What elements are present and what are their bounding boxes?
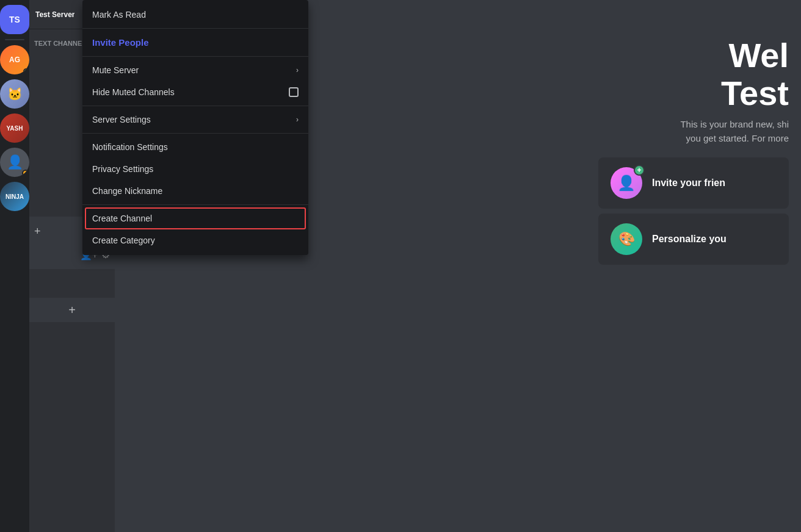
menu-item-hide-muted-channels[interactable]: Hide Muted Channels [85,81,306,103]
menu-divider-3 [82,106,308,106]
hide-muted-checkbox[interactable] [289,87,299,97]
invite-emoji: 👤 [617,174,636,192]
chevron-right-icon: › [296,66,299,74]
menu-item-change-nickname[interactable]: Change Nickname [85,180,306,202]
server-divider [5,39,24,40]
server-icon-yash[interactable]: YASH [0,113,29,143]
menu-item-privacy-settings[interactable]: Privacy Settings [85,158,306,180]
server-name[interactable]: Test Server [35,10,74,19]
invite-friends-card[interactable]: 👤 + Invite your frien [598,157,789,209]
welcome-title: Wel Test [598,37,789,112]
server-icon-cat[interactable]: 🐱 [0,79,29,109]
personalize-card[interactable]: 🎨 Personalize you [598,214,789,265]
menu-item-create-channel[interactable]: Create Channel [85,207,306,229]
menu-item-notification-settings[interactable]: Notification Settings [85,136,306,158]
server-icon-ninja[interactable]: NINJA [0,182,29,211]
invite-icon: 👤 + [611,167,642,199]
context-menu: Mark As Read Invite People Mute Server ›… [82,0,308,255]
welcome-subtitle: This is your brand new, shi you get star… [598,118,789,145]
plus-badge: + [634,165,645,176]
chevron-right-icon-2: › [296,115,299,124]
menu-divider-4 [82,133,308,134]
menu-item-server-settings[interactable]: Server Settings › [85,109,306,131]
menu-item-mute-server[interactable]: Mute Server › [85,59,306,81]
personalize-emoji: 🎨 [618,231,635,247]
welcome-title-line2: Test [598,74,789,112]
server-sidebar: TS AG 🐱 YASH 👤 NINJA [0,0,29,532]
server-icon-person[interactable]: 👤 [0,148,29,177]
menu-divider-2 [82,56,308,57]
server-icon-ag[interactable]: AG [0,45,29,74]
menu-divider-1 [82,28,308,29]
menu-item-mark-as-read[interactable]: Mark As Read [85,4,306,26]
menu-item-invite-people[interactable]: Invite People [85,31,306,54]
personalize-icon: 🎨 [611,223,642,255]
menu-divider-5 [82,204,308,205]
server-icon-ts[interactable]: TS [0,5,29,34]
personalize-label: Personalize you [652,234,727,245]
invite-friends-label: Invite your frien [652,178,725,189]
menu-item-create-category[interactable]: Create Category [85,229,306,251]
plus-icon-1[interactable]: + [34,225,41,238]
welcome-title-line1: Wel [598,37,789,74]
welcome-area: Wel Test This is your brand new, shi you… [598,0,801,532]
plus-icon-2[interactable]: + [68,303,76,317]
